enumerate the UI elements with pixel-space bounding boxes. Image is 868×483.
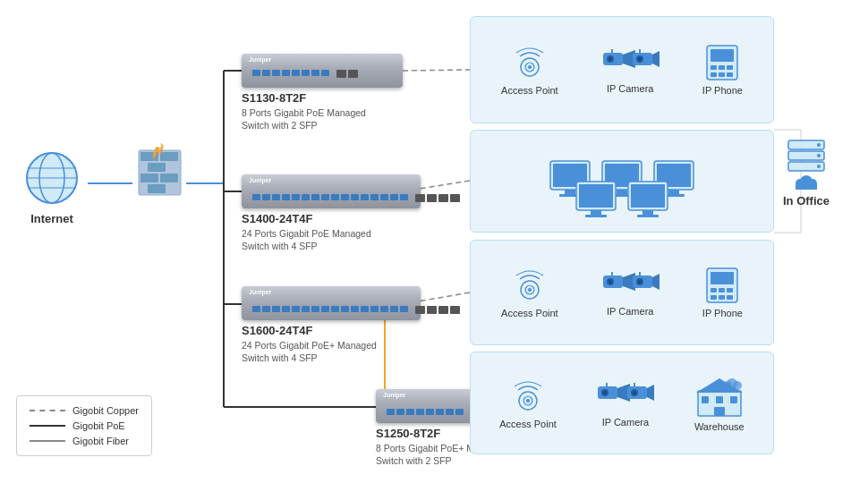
svg-marker-35 xyxy=(652,51,660,67)
svg-marker-76 xyxy=(652,274,660,290)
svg-rect-22 xyxy=(160,152,178,161)
zone-item-label-cam3: IP Camera xyxy=(607,306,653,317)
svg-rect-87 xyxy=(719,295,725,300)
switch-image-2: Juniper xyxy=(242,174,421,208)
zone-box-3: Access Point IP Camera xyxy=(470,240,774,345)
svg-rect-46 xyxy=(719,72,725,77)
legend-line-copper xyxy=(30,410,65,411)
svg-rect-85 xyxy=(727,288,733,292)
ip-camera-icon-3 xyxy=(601,268,660,302)
svg-rect-25 xyxy=(160,174,178,182)
ip-phone-icon-1 xyxy=(705,44,739,81)
internet-group: Internet xyxy=(16,150,88,225)
firewall-icon xyxy=(135,141,184,199)
svg-rect-66 xyxy=(642,210,653,215)
svg-rect-83 xyxy=(711,288,717,292)
svg-rect-23 xyxy=(148,163,166,172)
svg-point-74 xyxy=(608,280,612,284)
zone-item-label-phone1: IP Phone xyxy=(702,85,743,96)
svg-rect-62 xyxy=(591,210,601,215)
svg-point-110 xyxy=(723,381,732,390)
zone-item-cam1: IP Camera xyxy=(601,46,660,94)
access-point-icon-4 xyxy=(509,377,547,415)
legend-line-poe xyxy=(30,425,65,427)
firewall-group xyxy=(132,141,186,202)
zone-item-label-phone3: IP Phone xyxy=(702,308,743,318)
switch-group-1: Juniper S1130-8T2F 8 Ports Gigabit PoE M… xyxy=(242,54,438,131)
zone-item-ap3: Access Point xyxy=(501,267,558,318)
legend-label-copper: Gigobit Copper xyxy=(72,405,139,416)
svg-point-78 xyxy=(638,280,642,284)
access-point-icon-1 xyxy=(511,44,549,81)
svg-rect-82 xyxy=(711,272,734,284)
svg-rect-120 xyxy=(796,183,817,190)
svg-point-33 xyxy=(608,57,612,61)
legend-box: Gigobit Copper Gigobit PoE Gigobit Fiber xyxy=(16,395,152,456)
zone-item-phone1: IP Phone xyxy=(702,44,743,96)
svg-rect-104 xyxy=(702,396,709,403)
svg-rect-63 xyxy=(585,215,607,217)
switch-image-1: Juniper xyxy=(242,54,403,88)
in-office-label: In Office xyxy=(783,194,830,208)
legend-label-poe: Gigobit PoE xyxy=(72,420,125,431)
switch-desc-3: 24 Ports Gigabit PoE+ ManagedSwitch with… xyxy=(242,339,438,364)
svg-point-109 xyxy=(733,381,742,390)
switch-name-2: S1400-24T4F xyxy=(242,212,438,225)
svg-point-95 xyxy=(603,391,607,394)
svg-rect-84 xyxy=(719,288,725,292)
zone-item-ap1: Access Point xyxy=(501,44,558,96)
ip-camera-icon-4 xyxy=(596,379,654,413)
svg-rect-45 xyxy=(711,72,717,77)
svg-rect-44 xyxy=(727,65,733,70)
svg-rect-41 xyxy=(711,49,734,62)
internet-icon xyxy=(24,150,80,206)
zone-item-cam3: IP Camera xyxy=(601,268,660,317)
legend-line-fiber xyxy=(30,440,65,442)
svg-point-116 xyxy=(817,165,821,168)
warehouse-icon xyxy=(696,375,743,418)
zone-item-label-warehouse: Warehouse xyxy=(694,421,745,432)
zone-item-label-ap4: Access Point xyxy=(499,419,557,429)
in-office-group: In Office xyxy=(783,139,830,208)
zone-item-label-ap1: Access Point xyxy=(501,85,558,96)
zone-item-phone3: IP Phone xyxy=(702,267,743,318)
svg-rect-47 xyxy=(727,72,733,77)
zone-item-warehouse: Warehouse xyxy=(694,375,745,432)
monitor-icon-4 xyxy=(574,180,617,225)
svg-rect-106 xyxy=(730,396,737,403)
svg-rect-67 xyxy=(637,215,659,217)
legend-item-poe: Gigobit PoE xyxy=(30,420,139,431)
switch-image-3: Juniper xyxy=(242,286,421,320)
svg-point-99 xyxy=(633,391,636,394)
switch-name-1: S1130-8T2F xyxy=(242,91,438,105)
svg-rect-86 xyxy=(711,295,717,300)
zone-item-ap4: Access Point xyxy=(499,377,557,429)
svg-marker-97 xyxy=(647,385,654,401)
ip-camera-icon-1 xyxy=(601,46,660,80)
zone-box-1: Access Point IP Camera xyxy=(470,16,774,123)
svg-rect-42 xyxy=(711,65,717,70)
monitor-icon-5 xyxy=(626,180,669,225)
svg-point-114 xyxy=(817,143,821,147)
svg-rect-61 xyxy=(579,184,613,208)
zone-item-label-cam4: IP Camera xyxy=(602,417,649,428)
switch-group-2: Juniper S1400-24T4F 24 Ports Gigabit PoE… xyxy=(242,174,438,252)
svg-rect-24 xyxy=(140,174,158,182)
svg-rect-105 xyxy=(716,396,723,403)
server-icon xyxy=(785,139,828,191)
zone-item-cam4: IP Camera xyxy=(596,379,654,428)
switch-desc-2: 24 Ports Gigabit PoE ManagedSwitch with … xyxy=(242,227,438,252)
zone-item-label-cam1: IP Camera xyxy=(607,83,653,94)
svg-rect-26 xyxy=(148,184,166,193)
internet-label: Internet xyxy=(16,212,88,225)
switch-name-3: S1600-24T4F xyxy=(242,324,438,337)
switch-group-3: Juniper S1600-24T4F 24 Ports Gigabit PoE… xyxy=(242,286,438,364)
zone-box-4: Access Point IP Camera xyxy=(470,352,774,454)
legend-item-copper: Gigobit Copper xyxy=(30,405,139,416)
svg-point-37 xyxy=(638,57,642,61)
zone-box-2 xyxy=(470,130,774,233)
svg-point-115 xyxy=(817,154,821,157)
zone-item-label-ap3: Access Point xyxy=(501,308,558,318)
svg-point-29 xyxy=(528,65,532,69)
svg-rect-65 xyxy=(631,184,665,208)
